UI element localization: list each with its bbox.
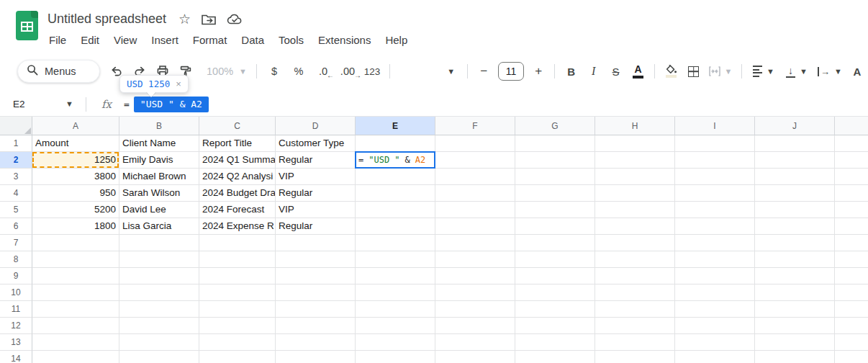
cell-A7[interactable] (32, 235, 119, 251)
document-title[interactable]: Untitled spreadsheet (48, 12, 166, 27)
cell-B2[interactable]: Emily Davis (119, 152, 199, 169)
cell-partial-14[interactable] (835, 351, 868, 363)
cell-A1[interactable]: Amount (32, 135, 119, 152)
column-header-E[interactable]: E (356, 117, 435, 135)
cell-B4[interactable]: Sarah Wilson (119, 185, 199, 202)
menu-extensions[interactable]: Extensions (311, 32, 378, 48)
row-header-14[interactable]: 14 (0, 351, 32, 363)
cell-I10[interactable] (675, 284, 755, 301)
cell-H11[interactable] (595, 301, 675, 318)
cell-F11[interactable] (435, 301, 515, 318)
cell-H13[interactable] (595, 334, 675, 351)
decrease-decimal-button[interactable]: .0← (311, 60, 335, 82)
cell-G10[interactable] (515, 284, 595, 301)
cell-A2[interactable]: 1250 (32, 152, 119, 169)
cell-C14[interactable] (199, 351, 276, 363)
cell-E13[interactable] (356, 334, 435, 351)
column-header-A[interactable]: A (32, 117, 119, 135)
cell-I2[interactable] (675, 152, 755, 169)
cell-G1[interactable] (515, 135, 595, 152)
cell-I13[interactable] (675, 334, 755, 351)
row-header-3[interactable]: 3 (0, 169, 32, 185)
column-header-H[interactable]: H (595, 117, 675, 135)
cell-G13[interactable] (515, 334, 595, 351)
row-header-8[interactable]: 8 (0, 251, 32, 268)
cell-E7[interactable] (356, 235, 435, 251)
cell-J5[interactable] (755, 202, 835, 218)
cell-A13[interactable] (32, 334, 119, 351)
cell-C9[interactable] (199, 268, 276, 284)
cell-D5[interactable]: VIP (276, 202, 356, 218)
cell-C3[interactable]: 2024 Q2 Analysi (199, 169, 276, 185)
italic-button[interactable]: I (582, 60, 605, 82)
row-header-12[interactable]: 12 (0, 318, 32, 334)
cell-E12[interactable] (356, 318, 435, 334)
cell-B12[interactable] (119, 318, 199, 334)
cell-F4[interactable] (435, 185, 515, 202)
column-header-D[interactable]: D (276, 117, 356, 135)
cell-A4[interactable]: 950 (32, 185, 119, 202)
decrease-font-size-button[interactable]: − (473, 60, 494, 82)
cell-B3[interactable]: Michael Brown (119, 169, 199, 185)
cell-H9[interactable] (595, 268, 675, 284)
strikethrough-button[interactable]: S (605, 60, 627, 82)
cell-C7[interactable] (199, 235, 276, 251)
cell-D1[interactable]: Customer Type (276, 135, 356, 152)
cell-E2[interactable]: ="USD "&A2 (356, 152, 435, 169)
cell-G14[interactable] (515, 351, 595, 363)
cell-D11[interactable] (276, 301, 356, 318)
cell-A11[interactable] (32, 301, 119, 318)
cell-I8[interactable] (675, 251, 755, 268)
cell-partial-3[interactable] (835, 169, 868, 185)
cell-J7[interactable] (755, 235, 835, 251)
cell-D7[interactable] (276, 235, 356, 251)
cell-G5[interactable] (515, 202, 595, 218)
row-header-9[interactable]: 9 (0, 268, 32, 284)
cell-H8[interactable] (595, 251, 675, 268)
cell-A3[interactable]: 3800 (32, 169, 119, 185)
cell-J10[interactable] (755, 284, 835, 301)
cell-D4[interactable]: Regular (276, 185, 356, 202)
cell-F1[interactable] (435, 135, 515, 152)
cell-F8[interactable] (435, 251, 515, 268)
cell-D14[interactable] (276, 351, 356, 363)
cell-E1[interactable] (356, 135, 435, 152)
merge-cells-button[interactable]: ▼ (705, 60, 736, 82)
cell-G7[interactable] (515, 235, 595, 251)
text-rotation-button[interactable]: A (846, 60, 868, 82)
cloud-saved-icon[interactable] (227, 14, 243, 25)
row-header-11[interactable]: 11 (0, 301, 32, 318)
cell-A9[interactable] (32, 268, 119, 284)
row-header-13[interactable]: 13 (0, 334, 32, 351)
cell-F7[interactable] (435, 235, 515, 251)
formula-selected-text[interactable]: "USD " & A2 (134, 97, 209, 112)
cell-J11[interactable] (755, 301, 835, 318)
cell-B9[interactable] (119, 268, 199, 284)
cell-B10[interactable] (119, 284, 199, 301)
menu-insert[interactable]: Insert (144, 32, 186, 48)
cell-D13[interactable] (276, 334, 356, 351)
cell-A14[interactable] (32, 351, 119, 363)
cell-H4[interactable] (595, 185, 675, 202)
cell-A12[interactable] (32, 318, 119, 334)
menu-format[interactable]: Format (186, 32, 235, 48)
cell-D10[interactable] (276, 284, 356, 301)
vertical-align-button[interactable]: ↓ ▼ (780, 60, 813, 82)
cell-D9[interactable] (276, 268, 356, 284)
cell-partial-13[interactable] (835, 334, 868, 351)
cell-H3[interactable] (595, 169, 675, 185)
cell-G9[interactable] (515, 268, 595, 284)
text-wrapping-button[interactable]: → ▼ (813, 60, 846, 82)
cell-partial-12[interactable] (835, 318, 868, 334)
cell-H7[interactable] (595, 235, 675, 251)
column-header-G[interactable]: G (515, 117, 595, 135)
cell-D8[interactable] (276, 251, 356, 268)
font-size-input[interactable]: 11 (498, 62, 524, 81)
cell-G4[interactable] (515, 185, 595, 202)
tooltip-close-icon[interactable]: × (176, 79, 181, 89)
cell-A10[interactable] (32, 284, 119, 301)
cell-I7[interactable] (675, 235, 755, 251)
cell-I14[interactable] (675, 351, 755, 363)
cell-J3[interactable] (755, 169, 835, 185)
cell-G2[interactable] (515, 152, 595, 169)
